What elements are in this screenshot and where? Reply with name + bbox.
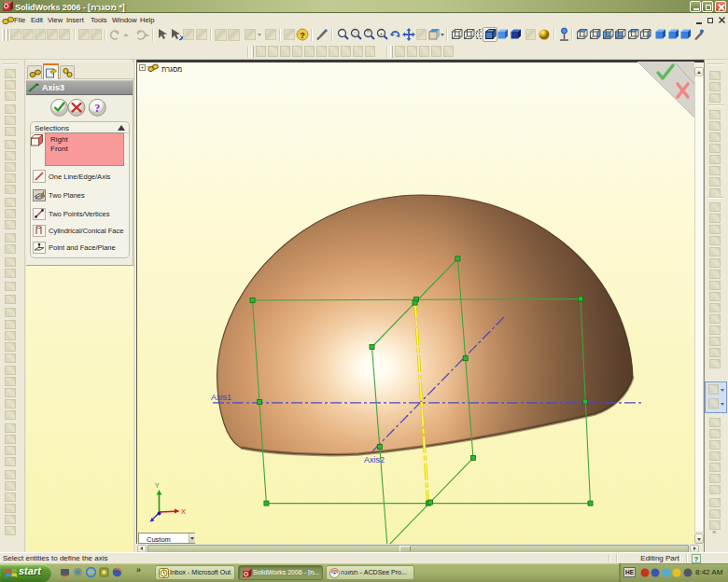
svg-text:Y: Y [155,482,160,489]
svg-text:X: X [181,507,186,516]
svg-text:Axis1: Axis1 [211,393,231,402]
svg-text:⌚: ⌚ [365,30,372,37]
svg-text:?: ? [694,555,699,563]
svg-text:+: + [380,31,384,36]
svg-text:?: ? [300,31,305,40]
svg-text:?: ? [94,102,100,115]
svg-text:□: □ [354,31,357,36]
svg-text:Axis2: Axis2 [364,455,385,464]
